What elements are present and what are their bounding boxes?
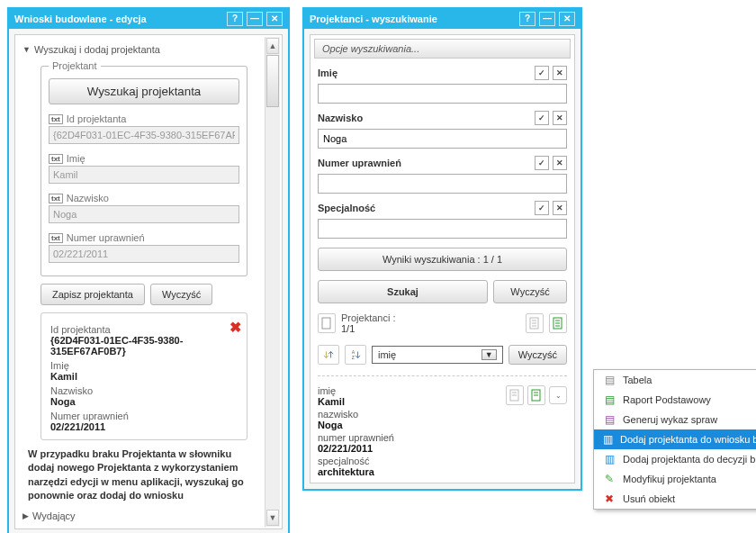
field-spec-label: Specjalność	[318, 203, 375, 213]
input-id-projektanta[interactable]	[49, 126, 239, 144]
search-projektant-button[interactable]: Wyszukaj projektanta	[49, 78, 239, 104]
field-imie: Imię ✓ ✕	[318, 66, 567, 104]
minimize-button[interactable]: —	[539, 12, 555, 26]
card-imie-label: Imię	[50, 360, 238, 371]
input-search-spec[interactable]	[318, 219, 567, 239]
projektant-card: ✖ Id projektanta {62D4F031-01EC-4F35-938…	[40, 312, 248, 440]
sort-row: AZ imię ▼ Wyczyść	[318, 345, 567, 365]
ctx-raport[interactable]: ▤ Raport Podstawowy	[594, 390, 756, 410]
save-projektant-button[interactable]: Zapisz projektanta	[40, 284, 145, 305]
field-check-icon[interactable]: ✓	[535, 156, 549, 170]
context-menu: ▤ Tabela ▤ Raport Podstawowy ▤ Generuj w…	[593, 369, 756, 510]
scroll-up-icon[interactable]: ▲	[266, 38, 279, 54]
report-white-icon[interactable]	[526, 313, 544, 333]
button-row-left: Zapisz projektanta Wyczyść	[40, 284, 248, 305]
ctx-dodaj-wniosek[interactable]: ▥ Dodaj projektanta do wniosku budowlane…	[594, 429, 756, 449]
field-clear-icon[interactable]: ✕	[553, 156, 567, 170]
scroll-down-icon[interactable]: ▼	[266, 510, 279, 526]
sort-field-value: imię	[378, 349, 396, 360]
chevron-right-icon: ▶	[22, 511, 29, 520]
window-projektanci: Projektanci - wyszukiwanie ? — ✕ Opcje w…	[302, 7, 582, 491]
section-title-obiekt: Obiekt	[32, 527, 61, 529]
section-wydajacy[interactable]: ▶ Wydający	[22, 510, 262, 521]
clear-right-button[interactable]: Wyczyść	[493, 280, 567, 303]
field-clear-icon[interactable]: ✕	[553, 201, 567, 215]
card-nazwisko-label: Nazwisko	[50, 385, 238, 396]
close-button[interactable]: ✕	[266, 12, 283, 26]
section-search-add[interactable]: ▼ Wyszukaj i dodaj projektanta	[22, 44, 262, 55]
titlebar-left: Wnioski budowlane - edycja ? — ✕	[9, 9, 288, 29]
search-bar: Szukaj Wyczyść	[318, 280, 567, 303]
scroll-thumb[interactable]	[266, 55, 279, 107]
result-actions: ⌄	[506, 385, 567, 405]
field-check-icon[interactable]: ✓	[535, 66, 549, 80]
input-search-imie[interactable]	[318, 84, 567, 104]
delete-card-icon[interactable]: ✖	[230, 319, 241, 336]
group-legend: Projektant	[49, 60, 101, 71]
row-report-green-icon[interactable]	[527, 385, 545, 405]
row-menu-icon[interactable]: ⌄	[549, 386, 567, 404]
info-note: W przypadku braku Projektanta w słowniku…	[28, 447, 248, 503]
label-nazwisko: txt Nazwisko	[49, 193, 239, 203]
input-numer[interactable]	[49, 245, 239, 263]
ctx-dodaj-decyzja[interactable]: ▥ Dodaj projektanta do decyzji budowlane…	[594, 449, 756, 469]
document-icon[interactable]	[318, 313, 336, 333]
res-nazwisko-label: nazwisko	[318, 409, 499, 420]
minimize-button[interactable]: —	[247, 12, 263, 26]
text-field-icon: txt	[49, 154, 63, 164]
res-numer-label: numer uprawnień	[318, 432, 499, 443]
results-bar: Wyniki wyszukiwania : 1 / 1	[318, 248, 567, 271]
clear-left-button[interactable]: Wyczyść	[150, 284, 212, 305]
label-imie: txt Imię	[49, 153, 239, 164]
help-button[interactable]: ?	[227, 12, 243, 26]
options-header[interactable]: Opcje wyszukiwania...	[314, 39, 571, 59]
sort-toggle-1-icon[interactable]	[318, 345, 339, 365]
window-body-left: ▼ Wyszukaj i dodaj projektanta Projektan…	[9, 29, 288, 533]
card-nazwisko-value: Noga	[50, 396, 238, 407]
panel-left: ▼ Wyszukaj i dodaj projektanta Projektan…	[14, 34, 283, 529]
mid-label: Projektanci :	[341, 312, 520, 323]
ctx-modyfikuj[interactable]: ✎ Modyfikuj projektanta	[594, 469, 756, 489]
ctx-wykaz[interactable]: ▤ Generuj wykaz spraw	[594, 410, 756, 429]
report-green-icon[interactable]	[549, 313, 567, 333]
field-check-icon[interactable]: ✓	[535, 201, 549, 215]
field-clear-icon[interactable]: ✕	[553, 111, 567, 125]
sort-field-select[interactable]: imię ▼	[372, 346, 503, 364]
close-button[interactable]: ✕	[559, 12, 575, 26]
field-check-icon[interactable]: ✓	[535, 111, 549, 125]
help-button[interactable]: ?	[519, 12, 536, 26]
card-numer-label: Numer uprawnień	[50, 411, 238, 421]
input-search-nazwisko[interactable]	[318, 129, 567, 149]
table-icon: ▤	[603, 374, 616, 386]
window-title-right: Projektanci - wyszukiwanie	[310, 14, 516, 24]
delete-icon: ✖	[603, 492, 616, 505]
ctx-usun[interactable]: ✖ Usuń obiekt	[594, 489, 756, 509]
dropdown-icon[interactable]: ▼	[482, 349, 497, 360]
sort-clear-button[interactable]: Wyczyść	[508, 345, 567, 365]
input-imie[interactable]	[49, 166, 239, 184]
res-spec-value: architektura	[318, 466, 499, 477]
svg-text:A: A	[352, 349, 356, 355]
field-nazwisko: Nazwisko ✓ ✕	[318, 111, 567, 149]
sort-toggle-2-icon[interactable]: AZ	[345, 345, 366, 365]
add-window-icon: ▥	[603, 453, 616, 465]
field-imie-label: Imię	[318, 68, 338, 78]
mid-count: 1/1	[341, 323, 520, 334]
section-obiekt[interactable]: ▶ Obiekt	[22, 527, 262, 529]
field-clear-icon[interactable]: ✕	[553, 66, 567, 80]
res-imie-label: imię	[318, 385, 499, 396]
scrollbar-left[interactable]: ▲ ▼	[265, 37, 280, 527]
field-spec: Specjalność ✓ ✕	[318, 201, 567, 239]
result-row: imię Kamil nazwisko Noga numer uprawnień…	[318, 385, 567, 479]
input-nazwisko[interactable]	[49, 205, 239, 223]
report-icon: ▤	[603, 393, 616, 406]
input-search-numer[interactable]	[318, 174, 567, 194]
window-title: Wnioski budowlane - edycja	[14, 14, 223, 24]
svg-rect-0	[322, 318, 330, 329]
row-report-white-icon[interactable]	[506, 385, 524, 405]
search-button[interactable]: Szukaj	[318, 280, 488, 303]
res-imie-value: Kamil	[318, 396, 499, 407]
text-field-icon: txt	[49, 114, 63, 124]
ctx-tabela[interactable]: ▤ Tabela	[594, 370, 756, 390]
section-title: Wyszukaj i dodaj projektanta	[34, 44, 160, 55]
